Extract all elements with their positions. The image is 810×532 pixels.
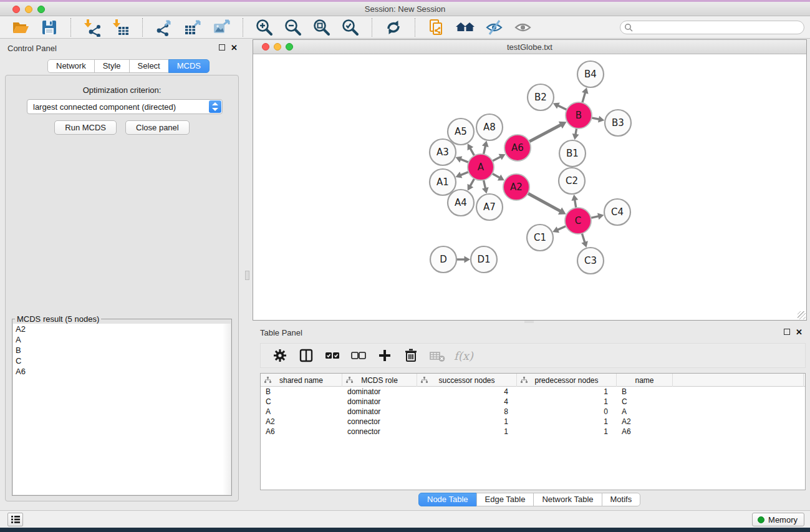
task-history-button[interactable] xyxy=(7,513,23,526)
network-canvas[interactable]: B4B2BB3A8A5A6A3B1AC2A1A2A4A7C4CC1DC3D1 xyxy=(253,54,806,320)
table-cell[interactable]: C xyxy=(261,397,342,407)
table-cell[interactable]: B xyxy=(261,387,342,397)
tab-edge-table[interactable]: Edge Table xyxy=(476,493,534,506)
result-list-item[interactable]: C xyxy=(13,355,223,366)
add-row-icon[interactable] xyxy=(375,346,394,365)
home-view-icon[interactable] xyxy=(455,17,475,37)
graph-edge-C-C1[interactable] xyxy=(557,226,566,230)
table-row[interactable]: A2connector11A2 xyxy=(261,417,805,427)
table-cell[interactable]: dominator xyxy=(342,407,417,417)
table-cell[interactable]: 1 xyxy=(417,427,517,437)
float-panel-icon[interactable] xyxy=(219,44,225,51)
tab-motifs[interactable]: Motifs xyxy=(602,493,641,506)
table-cell[interactable]: A6 xyxy=(261,427,342,437)
graph-node-D1[interactable]: D1 xyxy=(471,246,497,273)
result-list-item[interactable]: A xyxy=(13,334,223,345)
graph-node-B4[interactable]: B4 xyxy=(577,61,604,87)
table-cell[interactable] xyxy=(673,397,804,407)
export-table-icon[interactable] xyxy=(183,17,203,37)
float-panel-icon[interactable] xyxy=(784,329,790,335)
table-row[interactable]: Adominator80A xyxy=(261,407,805,417)
table-cell[interactable]: dominator xyxy=(342,397,417,407)
graph-edge-A-A3[interactable] xyxy=(460,159,468,162)
graph-node-C2[interactable]: C2 xyxy=(559,168,585,194)
graph-node-B[interactable]: B xyxy=(566,102,592,128)
criterion-dropdown[interactable]: largest connected component (directed) xyxy=(27,99,223,114)
refresh-layout-icon[interactable] xyxy=(383,17,403,37)
graph-node-A2[interactable]: A2 xyxy=(503,174,529,200)
table-cell[interactable]: 1 xyxy=(417,417,517,427)
network-window-titlebar[interactable]: testGlobe.txt xyxy=(253,40,806,54)
graph-edge-A-A1[interactable] xyxy=(460,172,468,175)
result-list-item[interactable]: A2 xyxy=(13,324,223,334)
column-header-successor-nodes[interactable]: successor nodes xyxy=(417,374,517,387)
select-all-rows-icon[interactable] xyxy=(323,346,342,365)
vertical-split-handle[interactable] xyxy=(245,271,249,280)
table-cell[interactable]: B xyxy=(617,387,673,397)
network-graph[interactable]: B4B2BB3A8A5A6A3B1AC2A1A2A4A7C4CC1DC3D1 xyxy=(253,54,806,320)
show-graphics-details-icon[interactable] xyxy=(513,17,533,37)
zoom-out-icon[interactable] xyxy=(283,17,303,37)
graph-node-A6[interactable]: A6 xyxy=(504,135,531,161)
run-mcds-button[interactable]: Run MCDS xyxy=(54,120,117,135)
graph-edge-A-A7[interactable] xyxy=(483,180,485,189)
graph-node-C[interactable]: C xyxy=(565,208,591,234)
graph-edge-B-B2[interactable] xyxy=(558,105,567,110)
zoom-fit-icon[interactable] xyxy=(312,17,332,37)
delete-row-icon[interactable] xyxy=(402,346,420,365)
graph-edge-A-A6[interactable] xyxy=(493,157,501,161)
table-cell[interactable]: A xyxy=(261,407,342,417)
tab-select[interactable]: Select xyxy=(129,59,169,73)
table-cell[interactable] xyxy=(673,387,804,397)
graph-edge-B-B1[interactable] xyxy=(576,128,577,135)
graph-node-A1[interactable]: A1 xyxy=(430,169,456,195)
table-cell[interactable] xyxy=(673,417,804,427)
graph-edge-B-B3[interactable] xyxy=(592,118,599,119)
column-header-predecessor-nodes[interactable]: predecessor nodes xyxy=(517,374,617,387)
table-cell[interactable] xyxy=(673,407,804,417)
window-resize-grip[interactable] xyxy=(798,311,806,319)
graph-edge-A-A8[interactable] xyxy=(483,146,485,155)
graph-node-B3[interactable]: B3 xyxy=(605,110,631,136)
import-table-icon[interactable] xyxy=(111,17,131,37)
table-cell[interactable]: A6 xyxy=(617,427,673,437)
table-cell[interactable]: C xyxy=(617,397,673,407)
close-panel-button[interactable]: Close panel xyxy=(125,120,190,135)
graph-node-C4[interactable]: C4 xyxy=(604,199,630,225)
duplicate-network-icon[interactable] xyxy=(427,17,446,37)
graph-node-B2[interactable]: B2 xyxy=(528,84,554,110)
table-cell[interactable]: 8 xyxy=(417,407,517,417)
export-image-icon[interactable] xyxy=(211,17,231,37)
function-builder-icon[interactable]: f(x) xyxy=(454,349,473,362)
table-cell[interactable]: 4 xyxy=(417,397,517,407)
table-cell[interactable]: 1 xyxy=(517,417,617,427)
graph-edge-C-C4[interactable] xyxy=(591,216,599,218)
table-body[interactable]: Bdominator41BCdominator41CAdominator80AA… xyxy=(261,387,805,437)
table-cell[interactable]: 1 xyxy=(517,387,617,397)
table-row[interactable]: Bdominator41B xyxy=(261,387,805,397)
graph-node-A7[interactable]: A7 xyxy=(476,194,503,220)
table-cell[interactable]: connector xyxy=(342,417,417,427)
graph-edge-A-A4[interactable] xyxy=(470,178,475,186)
graph-node-A3[interactable]: A3 xyxy=(430,139,456,165)
app-titlebar[interactable]: Session: New Session xyxy=(0,2,810,16)
table-cell[interactable]: A xyxy=(617,407,673,417)
graph-edge-B-B4[interactable] xyxy=(582,92,586,103)
tab-node-table[interactable]: Node Table xyxy=(418,493,477,506)
table-row[interactable]: A6connector11A6 xyxy=(261,427,805,437)
tab-style[interactable]: Style xyxy=(94,59,130,73)
mcds-result-list[interactable]: A2ABCA6 xyxy=(13,324,223,495)
deselect-all-rows-icon[interactable] xyxy=(349,346,368,365)
graph-edge-C-C2[interactable] xyxy=(575,200,576,208)
column-header-shared-name[interactable]: shared name xyxy=(261,374,342,387)
toggle-columns-icon[interactable] xyxy=(297,346,316,365)
table-cell[interactable] xyxy=(673,427,804,437)
table-row[interactable]: Cdominator41C xyxy=(261,397,805,407)
graph-edge-A-A5[interactable] xyxy=(470,148,475,156)
result-list-item[interactable]: B xyxy=(13,345,223,355)
table-cell[interactable]: connector xyxy=(342,427,417,437)
graph-node-B1[interactable]: B1 xyxy=(559,140,586,167)
graph-node-D[interactable]: D xyxy=(430,246,456,273)
tab-mcds[interactable]: MCDS xyxy=(168,59,210,73)
export-network-icon[interactable] xyxy=(154,17,174,37)
